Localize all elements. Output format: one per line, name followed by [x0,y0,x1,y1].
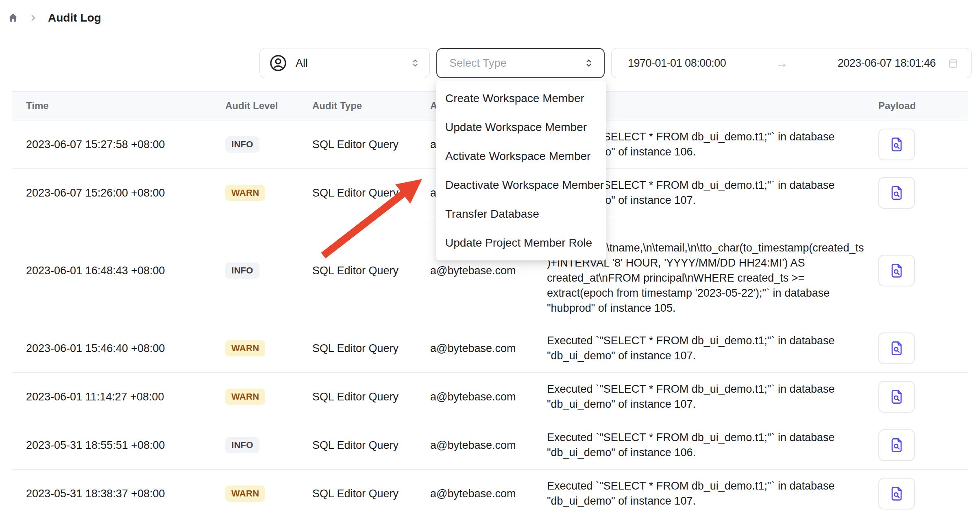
payload-view-button[interactable] [878,429,915,461]
file-search-icon [888,136,906,153]
audit-log-page: Audit Log All Select Type 1970-01-01 08:… [0,0,980,516]
arrow-right-icon: → [776,56,788,70]
actor-cell: a@bytebase.com [430,391,547,403]
audit-type-cell: SQL Editor Query [312,391,430,403]
menu-item-update-project-member-role[interactable]: Update Project Member Role [436,228,606,257]
file-search-icon [888,485,906,503]
time-cell: 2023-05-31 18:38:37 +08:00 [12,488,225,500]
payload-view-button[interactable] [878,381,915,413]
table-row: 2023-06-01 11:14:27 +08:00 WARN SQL Edit… [12,373,968,421]
page-title: Audit Log [48,11,101,24]
header-audit-level: Audit Level [225,100,312,112]
comment-cell: Executed `"SELECT * FROM db_ui_demo.t1;"… [547,382,878,412]
type-filter-menu: Create Workspace Member Update Workspace… [436,81,606,260]
audit-type-cell: SQL Editor Query [312,187,430,199]
date-range-start: 1970-01-01 08:00:00 [628,57,726,70]
audit-level-badge: INFO [225,136,259,153]
audit-level-cell: INFO [225,437,312,453]
time-cell: 2023-06-01 11:14:27 +08:00 [12,391,225,403]
audit-level-cell: WARN [225,185,312,201]
audit-level-cell: WARN [225,389,312,405]
date-range-picker[interactable]: 1970-01-01 08:00:00 → 2023-06-07 18:01:4… [611,48,972,78]
payload-cell [878,177,968,209]
time-cell: 2023-06-07 15:26:00 +08:00 [12,187,225,199]
time-cell: 2023-06-07 15:27:58 +08:00 [12,138,225,151]
actor-filter-value: All [296,57,308,70]
payload-view-button[interactable] [878,332,915,364]
calendar-icon [947,57,959,69]
type-filter-placeholder: Select Type [449,57,507,70]
audit-level-badge: WARN [225,185,265,201]
menu-item-update-workspace-member[interactable]: Update Workspace Member [436,113,606,142]
audit-type-cell: SQL Editor Query [312,265,430,277]
menu-item-create-workspace-member[interactable]: Create Workspace Member [436,84,606,113]
file-search-icon [888,339,906,357]
time-cell: 2023-05-31 18:55:51 +08:00 [12,439,225,452]
audit-level-badge: WARN [225,485,265,502]
header-payload: Payload [878,100,968,112]
file-search-icon [888,388,906,406]
audit-type-cell: SQL Editor Query [312,342,430,355]
audit-level-cell: WARN [225,340,312,356]
chevron-right-icon [28,13,37,22]
header-audit-type: Audit Type [312,100,430,112]
audit-type-cell: SQL Editor Query [312,488,430,500]
payload-cell [878,332,968,364]
menu-item-transfer-database[interactable]: Transfer Database [436,199,606,228]
audit-type-cell: SQL Editor Query [312,439,430,452]
payload-view-button[interactable] [878,129,915,160]
payload-view-button[interactable] [878,255,915,286]
actor-cell: a@bytebase.com [430,265,547,277]
table-row: 2023-05-31 18:55:51 +08:00 INFO SQL Edit… [12,421,968,470]
file-search-icon [888,184,906,202]
actor-cell: a@bytebase.com [430,439,547,452]
file-search-icon [888,436,906,454]
comment-cell: Executed `"SELECT * FROM db_ui_demo.t1;"… [547,333,878,363]
payload-cell [878,429,968,461]
time-cell: 2023-06-01 15:46:40 +08:00 [12,342,225,355]
type-filter-select[interactable]: Select Type [436,48,605,78]
audit-level-cell: INFO [225,136,312,153]
audit-level-cell: INFO [225,262,312,279]
payload-cell [878,381,968,413]
audit-type-cell: SQL Editor Query [312,138,430,151]
audit-level-badge: INFO [225,437,259,453]
audit-level-cell: WARN [225,485,312,502]
menu-item-deactivate-workspace-member[interactable]: Deactivate Workspace Member [436,171,606,199]
file-search-icon [888,262,906,280]
actor-filter-select[interactable]: All [259,48,430,78]
actor-cell: a@bytebase.com [430,488,547,500]
date-range-end: 2023-06-07 18:01:46 [838,57,936,70]
payload-view-button[interactable] [878,177,915,209]
audit-level-badge: WARN [225,340,265,356]
comment-cell: Executed `"SELECT * FROM db_ui_demo.t1;"… [547,479,878,509]
breadcrumb: Audit Log [7,11,101,24]
payload-cell [878,255,968,286]
chevron-updown-icon [410,58,420,68]
payload-cell [878,129,968,160]
audit-level-badge: INFO [225,262,259,279]
audit-level-badge: WARN [225,389,265,405]
menu-item-activate-workspace-member[interactable]: Activate Workspace Member [436,142,606,171]
actor-cell: a@bytebase.com [430,342,547,355]
table-row: 2023-05-31 18:38:37 +08:00 WARN SQL Edit… [12,470,968,516]
chevron-updown-icon [584,58,594,68]
time-cell: 2023-06-01 16:48:43 +08:00 [12,265,225,277]
header-time: Time [12,100,225,112]
user-circle-icon [269,54,287,72]
payload-view-button[interactable] [878,478,915,509]
payload-cell [878,478,968,509]
comment-cell: Executed `"SELECT * FROM db_ui_demo.t1;"… [547,430,878,460]
table-row: 2023-06-01 15:46:40 +08:00 WARN SQL Edit… [12,324,968,373]
home-icon[interactable] [7,12,19,24]
filter-bar: All Select Type 1970-01-01 08:00:00 → 20… [259,48,972,78]
